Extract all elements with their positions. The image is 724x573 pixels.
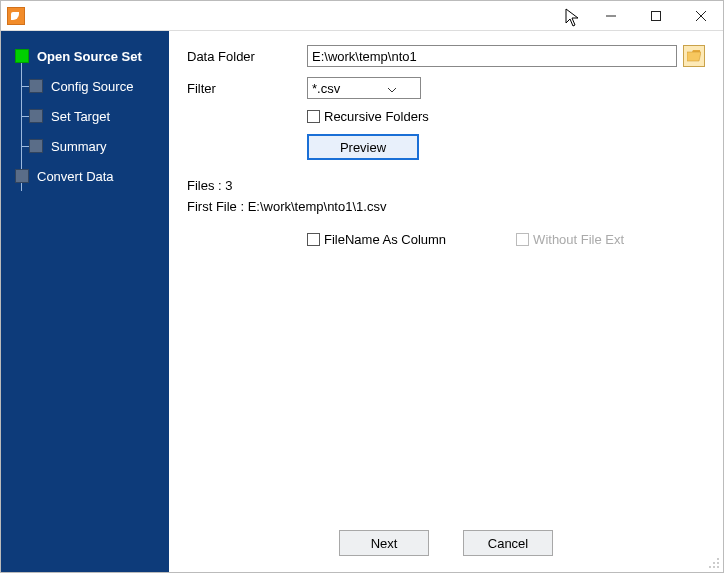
- minimize-button[interactable]: [588, 1, 633, 30]
- recursive-checkbox[interactable]: [307, 110, 320, 123]
- without-ext-checkbox: [516, 233, 529, 246]
- data-folder-input[interactable]: [307, 45, 677, 67]
- cursor-icon: [565, 8, 581, 28]
- step-label: Set Target: [51, 109, 110, 124]
- svg-point-5: [713, 562, 715, 564]
- window-controls: [588, 1, 723, 30]
- folder-icon: [687, 50, 701, 62]
- maximize-button[interactable]: [633, 1, 678, 30]
- svg-point-9: [717, 566, 719, 568]
- footer-buttons: Next Cancel: [169, 530, 723, 556]
- step-convert-data[interactable]: Convert Data: [1, 161, 169, 191]
- preview-button[interactable]: Preview: [307, 134, 419, 160]
- without-ext-label: Without File Ext: [533, 232, 624, 247]
- chevron-down-icon: [364, 81, 420, 96]
- body: Open Source Set Config Source Set Target: [1, 31, 723, 572]
- filter-row: Filter *.csv: [187, 77, 705, 99]
- app-icon: [7, 7, 25, 25]
- step-label: Config Source: [51, 79, 133, 94]
- svg-point-6: [717, 562, 719, 564]
- data-folder-label: Data Folder: [187, 49, 307, 64]
- step-label: Open Source Set: [37, 49, 142, 64]
- svg-point-7: [709, 566, 711, 568]
- filename-col-group: FileName As Column: [307, 232, 446, 247]
- titlebar: [1, 1, 723, 31]
- cancel-label: Cancel: [488, 536, 528, 551]
- svg-point-8: [713, 566, 715, 568]
- files-count-text: Files : 3: [187, 178, 705, 193]
- recursive-row: Recursive Folders: [307, 109, 705, 124]
- first-file-text: First File : E:\work\temp\nto1\1.csv: [187, 199, 705, 214]
- step-label: Summary: [51, 139, 107, 154]
- preview-label: Preview: [340, 140, 386, 155]
- next-label: Next: [371, 536, 398, 551]
- without-ext-group: Without File Ext: [516, 232, 624, 247]
- data-folder-row: Data Folder: [187, 45, 705, 67]
- filter-combobox[interactable]: *.csv: [307, 77, 421, 99]
- svg-point-4: [717, 558, 719, 560]
- cancel-button[interactable]: Cancel: [463, 530, 553, 556]
- close-button[interactable]: [678, 1, 723, 30]
- step-label: Convert Data: [37, 169, 114, 184]
- filter-value: *.csv: [308, 81, 364, 96]
- options-row: FileName As Column Without File Ext: [187, 232, 705, 247]
- step-summary[interactable]: Summary: [1, 131, 169, 161]
- step-set-target[interactable]: Set Target: [1, 101, 169, 131]
- filename-col-label: FileName As Column: [324, 232, 446, 247]
- wizard-steps: Open Source Set Config Source Set Target: [1, 41, 169, 191]
- resize-grip-icon[interactable]: [708, 557, 720, 569]
- app-window: Open Source Set Config Source Set Target: [0, 0, 724, 573]
- step-open-source-set[interactable]: Open Source Set: [1, 41, 169, 71]
- main-panel: Data Folder Filter *.csv Recursive Folde…: [169, 31, 723, 572]
- browse-folder-button[interactable]: [683, 45, 705, 67]
- recursive-label: Recursive Folders: [324, 109, 429, 124]
- next-button[interactable]: Next: [339, 530, 429, 556]
- step-config-source[interactable]: Config Source: [1, 71, 169, 101]
- svg-rect-1: [651, 11, 660, 20]
- wizard-sidebar: Open Source Set Config Source Set Target: [1, 31, 169, 572]
- filename-col-checkbox[interactable]: [307, 233, 320, 246]
- filter-label: Filter: [187, 81, 307, 96]
